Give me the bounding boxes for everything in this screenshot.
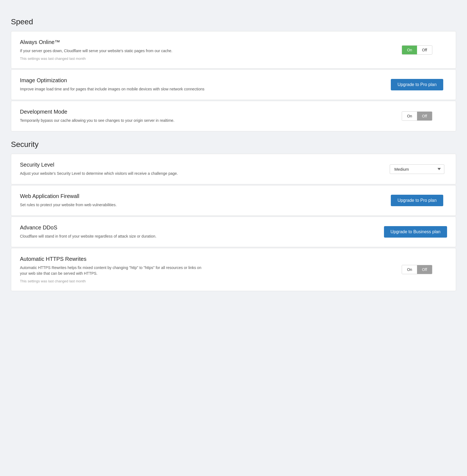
development-mode-control: On Off [387,111,447,121]
ddos-desc: Cloudflare will stand in front of your w… [20,233,206,239]
https-rewrites-info: Automatic HTTPS Rewrites Automatic HTTPS… [20,256,206,283]
image-optimization-upgrade-button[interactable]: Upgrade to Pro plan [391,79,443,90]
https-rewrites-meta: This settings was last changed last mont… [20,279,206,283]
ddos-card: Advance DDoS Cloudflare will stand in fr… [11,217,456,247]
security-section-title: Security [11,140,456,149]
https-rewrites-title: Automatic HTTPS Rewrites [20,256,206,262]
https-rewrites-toggle[interactable]: On Off [402,265,432,274]
security-level-title: Security Level [20,162,206,168]
development-mode-desc: Temporarily bypass our cache allowing yo… [20,118,206,123]
development-mode-toggle-off[interactable]: Off [417,112,432,120]
development-mode-toggle-on[interactable]: On [402,112,417,120]
image-optimization-info: Image Optimization Improve image load ti… [20,77,206,92]
ddos-info: Advance DDoS Cloudflare will stand in fr… [20,224,206,239]
always-online-toggle[interactable]: On Off [402,45,432,55]
speed-settings-group: Always Online™ If your server goes down,… [11,31,456,131]
https-rewrites-toggle-off[interactable]: Off [417,265,432,274]
development-mode-title: Development Mode [20,109,206,115]
https-rewrites-desc: Automatic HTTPS Rewrites helps fix mixed… [20,265,206,276]
security-level-card: Security Level Adjust your website's Sec… [11,154,456,184]
always-online-meta: This settings was last changed last mont… [20,57,206,61]
security-level-dropdown[interactable]: Essentially Off Low Medium High I'm Unde… [390,164,444,174]
waf-title: Web Application Firewall [20,193,206,199]
always-online-title: Always Online™ [20,39,206,45]
security-level-desc: Adjust your website's Security Level to … [20,171,206,176]
development-mode-card: Development Mode Temporarily bypass our … [11,101,456,131]
waf-desc: Set rules to protect your website from w… [20,202,206,208]
image-optimization-title: Image Optimization [20,77,206,84]
waf-control: Upgrade to Pro plan [387,195,447,206]
ddos-upgrade-button[interactable]: Upgrade to Business plan [384,226,447,238]
waf-card: Web Application Firewall Set rules to pr… [11,185,456,216]
ddos-title: Advance DDoS [20,224,206,231]
always-online-info: Always Online™ If your server goes down,… [20,39,206,61]
security-level-info: Security Level Adjust your website's Sec… [20,162,206,176]
waf-info: Web Application Firewall Set rules to pr… [20,193,206,208]
https-rewrites-control: On Off [387,265,447,274]
waf-upgrade-button[interactable]: Upgrade to Pro plan [391,195,443,206]
security-settings-group: Security Level Adjust your website's Sec… [11,154,456,291]
always-online-toggle-off[interactable]: Off [417,46,432,54]
image-optimization-desc: Improve image load time and for pages th… [20,86,206,92]
security-level-control: Essentially Off Low Medium High I'm Unde… [387,164,447,174]
https-rewrites-toggle-on[interactable]: On [402,265,417,274]
development-mode-info: Development Mode Temporarily bypass our … [20,109,206,123]
always-online-card: Always Online™ If your server goes down,… [11,31,456,69]
always-online-control: On Off [387,45,447,55]
image-optimization-control: Upgrade to Pro plan [387,79,447,90]
development-mode-toggle[interactable]: On Off [402,111,432,121]
speed-section-title: Speed [11,17,456,26]
always-online-toggle-on[interactable]: On [402,46,417,54]
https-rewrites-card: Automatic HTTPS Rewrites Automatic HTTPS… [11,248,456,291]
ddos-control: Upgrade to Business plan [384,226,447,238]
image-optimization-card: Image Optimization Improve image load ti… [11,69,456,100]
always-online-desc: If your server goes down, Cloudflare wil… [20,48,206,54]
